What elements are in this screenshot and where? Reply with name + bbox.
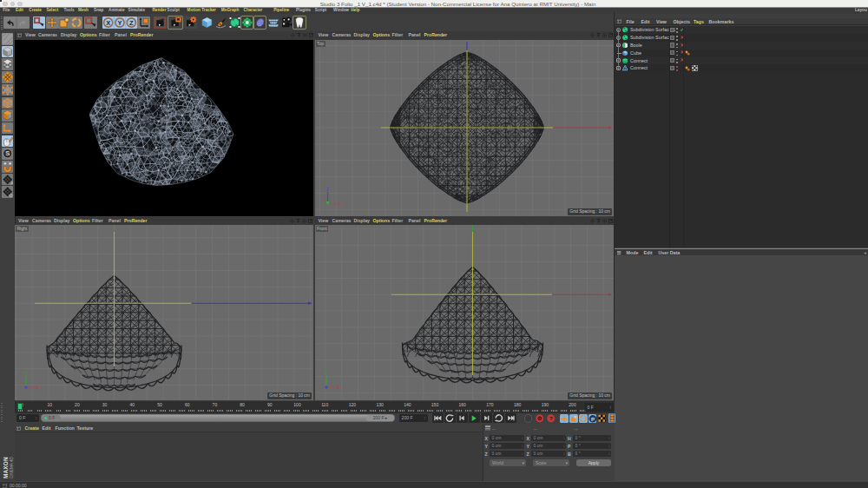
svg-text:X: X bbox=[337, 385, 340, 390]
svg-text:X: X bbox=[338, 201, 341, 207]
svg-text:X: X bbox=[36, 385, 40, 390]
svg-text:MAXON: MAXON bbox=[3, 457, 9, 478]
svg-text:S: S bbox=[5, 150, 10, 158]
svg-text:Y: Y bbox=[24, 370, 28, 375]
svg-text:?: ? bbox=[549, 415, 552, 421]
svg-text:Z: Z bbox=[129, 18, 134, 26]
svg-text:Z: Z bbox=[326, 186, 329, 191]
svg-text:Y: Y bbox=[117, 18, 122, 26]
svg-text:A: A bbox=[10, 181, 13, 185]
svg-text:X: X bbox=[106, 18, 110, 26]
svg-text:CINEMA 4D: CINEMA 4D bbox=[10, 457, 14, 478]
svg-text:P: P bbox=[591, 416, 595, 421]
svg-text:Y: Y bbox=[325, 370, 328, 375]
